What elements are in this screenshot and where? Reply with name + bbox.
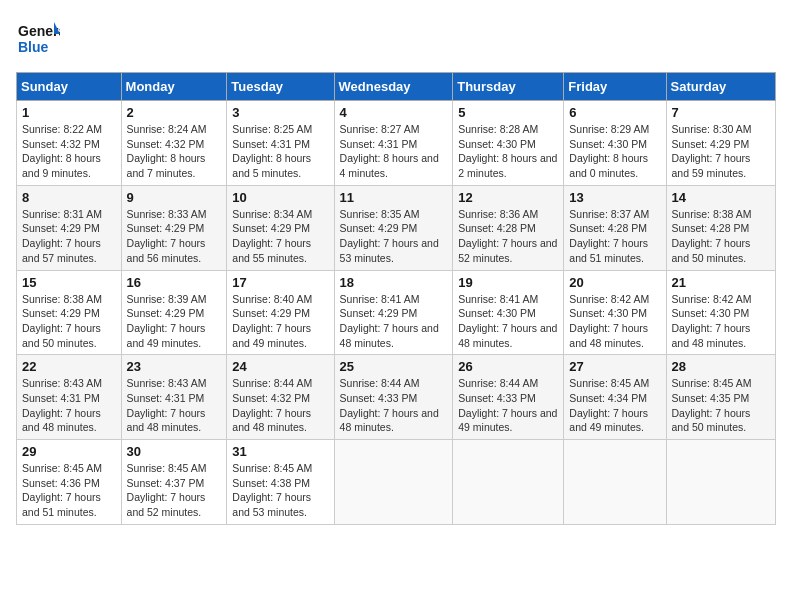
calendar-day-cell	[666, 440, 775, 525]
calendar-day-cell: 16 Sunrise: 8:39 AMSunset: 4:29 PMDaylig…	[121, 270, 227, 355]
day-info: Sunrise: 8:34 AMSunset: 4:29 PMDaylight:…	[232, 208, 312, 264]
day-info: Sunrise: 8:38 AMSunset: 4:28 PMDaylight:…	[672, 208, 752, 264]
day-info: Sunrise: 8:35 AMSunset: 4:29 PMDaylight:…	[340, 208, 439, 264]
day-number: 21	[672, 275, 770, 290]
day-number: 3	[232, 105, 328, 120]
weekday-header-cell: Sunday	[17, 73, 122, 101]
day-number: 2	[127, 105, 222, 120]
day-number: 28	[672, 359, 770, 374]
day-info: Sunrise: 8:45 AMSunset: 4:37 PMDaylight:…	[127, 462, 207, 518]
day-number: 5	[458, 105, 558, 120]
weekday-header-row: SundayMondayTuesdayWednesdayThursdayFrid…	[17, 73, 776, 101]
logo-icon: General Blue	[16, 16, 60, 60]
calendar-day-cell: 22 Sunrise: 8:43 AMSunset: 4:31 PMDaylig…	[17, 355, 122, 440]
day-info: Sunrise: 8:45 AMSunset: 4:34 PMDaylight:…	[569, 377, 649, 433]
calendar-day-cell: 30 Sunrise: 8:45 AMSunset: 4:37 PMDaylig…	[121, 440, 227, 525]
day-info: Sunrise: 8:45 AMSunset: 4:36 PMDaylight:…	[22, 462, 102, 518]
day-info: Sunrise: 8:24 AMSunset: 4:32 PMDaylight:…	[127, 123, 207, 179]
calendar-week-row: 22 Sunrise: 8:43 AMSunset: 4:31 PMDaylig…	[17, 355, 776, 440]
day-number: 27	[569, 359, 660, 374]
calendar-table: SundayMondayTuesdayWednesdayThursdayFrid…	[16, 72, 776, 525]
day-info: Sunrise: 8:25 AMSunset: 4:31 PMDaylight:…	[232, 123, 312, 179]
calendar-day-cell: 9 Sunrise: 8:33 AMSunset: 4:29 PMDayligh…	[121, 185, 227, 270]
page-header: General Blue	[16, 16, 776, 60]
calendar-day-cell: 31 Sunrise: 8:45 AMSunset: 4:38 PMDaylig…	[227, 440, 334, 525]
calendar-day-cell: 21 Sunrise: 8:42 AMSunset: 4:30 PMDaylig…	[666, 270, 775, 355]
day-number: 11	[340, 190, 448, 205]
calendar-day-cell: 13 Sunrise: 8:37 AMSunset: 4:28 PMDaylig…	[564, 185, 666, 270]
calendar-day-cell: 1 Sunrise: 8:22 AMSunset: 4:32 PMDayligh…	[17, 101, 122, 186]
day-number: 23	[127, 359, 222, 374]
day-number: 18	[340, 275, 448, 290]
calendar-day-cell: 26 Sunrise: 8:44 AMSunset: 4:33 PMDaylig…	[453, 355, 564, 440]
day-number: 29	[22, 444, 116, 459]
calendar-day-cell: 6 Sunrise: 8:29 AMSunset: 4:30 PMDayligh…	[564, 101, 666, 186]
day-info: Sunrise: 8:44 AMSunset: 4:33 PMDaylight:…	[458, 377, 557, 433]
day-info: Sunrise: 8:44 AMSunset: 4:33 PMDaylight:…	[340, 377, 439, 433]
day-number: 12	[458, 190, 558, 205]
day-info: Sunrise: 8:45 AMSunset: 4:35 PMDaylight:…	[672, 377, 752, 433]
calendar-day-cell	[564, 440, 666, 525]
calendar-day-cell: 12 Sunrise: 8:36 AMSunset: 4:28 PMDaylig…	[453, 185, 564, 270]
svg-text:General: General	[18, 23, 60, 39]
day-number: 15	[22, 275, 116, 290]
day-number: 22	[22, 359, 116, 374]
weekday-header-cell: Tuesday	[227, 73, 334, 101]
calendar-week-row: 29 Sunrise: 8:45 AMSunset: 4:36 PMDaylig…	[17, 440, 776, 525]
calendar-day-cell: 24 Sunrise: 8:44 AMSunset: 4:32 PMDaylig…	[227, 355, 334, 440]
calendar-day-cell: 27 Sunrise: 8:45 AMSunset: 4:34 PMDaylig…	[564, 355, 666, 440]
day-info: Sunrise: 8:39 AMSunset: 4:29 PMDaylight:…	[127, 293, 207, 349]
weekday-header-cell: Wednesday	[334, 73, 453, 101]
day-number: 6	[569, 105, 660, 120]
day-number: 26	[458, 359, 558, 374]
day-number: 24	[232, 359, 328, 374]
calendar-day-cell: 10 Sunrise: 8:34 AMSunset: 4:29 PMDaylig…	[227, 185, 334, 270]
day-number: 17	[232, 275, 328, 290]
svg-text:Blue: Blue	[18, 39, 49, 55]
calendar-day-cell: 25 Sunrise: 8:44 AMSunset: 4:33 PMDaylig…	[334, 355, 453, 440]
weekday-header-cell: Friday	[564, 73, 666, 101]
calendar-week-row: 15 Sunrise: 8:38 AMSunset: 4:29 PMDaylig…	[17, 270, 776, 355]
calendar-day-cell: 2 Sunrise: 8:24 AMSunset: 4:32 PMDayligh…	[121, 101, 227, 186]
day-number: 1	[22, 105, 116, 120]
day-number: 20	[569, 275, 660, 290]
day-number: 13	[569, 190, 660, 205]
calendar-day-cell: 29 Sunrise: 8:45 AMSunset: 4:36 PMDaylig…	[17, 440, 122, 525]
day-number: 4	[340, 105, 448, 120]
calendar-day-cell: 3 Sunrise: 8:25 AMSunset: 4:31 PMDayligh…	[227, 101, 334, 186]
day-number: 14	[672, 190, 770, 205]
calendar-week-row: 1 Sunrise: 8:22 AMSunset: 4:32 PMDayligh…	[17, 101, 776, 186]
day-number: 25	[340, 359, 448, 374]
calendar-day-cell: 8 Sunrise: 8:31 AMSunset: 4:29 PMDayligh…	[17, 185, 122, 270]
day-info: Sunrise: 8:43 AMSunset: 4:31 PMDaylight:…	[127, 377, 207, 433]
calendar-day-cell	[334, 440, 453, 525]
calendar-day-cell	[453, 440, 564, 525]
day-number: 30	[127, 444, 222, 459]
day-number: 7	[672, 105, 770, 120]
calendar-day-cell: 19 Sunrise: 8:41 AMSunset: 4:30 PMDaylig…	[453, 270, 564, 355]
day-number: 9	[127, 190, 222, 205]
day-info: Sunrise: 8:38 AMSunset: 4:29 PMDaylight:…	[22, 293, 102, 349]
calendar-day-cell: 7 Sunrise: 8:30 AMSunset: 4:29 PMDayligh…	[666, 101, 775, 186]
day-number: 16	[127, 275, 222, 290]
day-number: 31	[232, 444, 328, 459]
calendar-day-cell: 18 Sunrise: 8:41 AMSunset: 4:29 PMDaylig…	[334, 270, 453, 355]
day-number: 19	[458, 275, 558, 290]
day-info: Sunrise: 8:29 AMSunset: 4:30 PMDaylight:…	[569, 123, 649, 179]
day-info: Sunrise: 8:22 AMSunset: 4:32 PMDaylight:…	[22, 123, 102, 179]
calendar-week-row: 8 Sunrise: 8:31 AMSunset: 4:29 PMDayligh…	[17, 185, 776, 270]
day-info: Sunrise: 8:43 AMSunset: 4:31 PMDaylight:…	[22, 377, 102, 433]
day-number: 10	[232, 190, 328, 205]
calendar-day-cell: 14 Sunrise: 8:38 AMSunset: 4:28 PMDaylig…	[666, 185, 775, 270]
day-info: Sunrise: 8:36 AMSunset: 4:28 PMDaylight:…	[458, 208, 557, 264]
day-info: Sunrise: 8:42 AMSunset: 4:30 PMDaylight:…	[569, 293, 649, 349]
calendar-day-cell: 15 Sunrise: 8:38 AMSunset: 4:29 PMDaylig…	[17, 270, 122, 355]
calendar-day-cell: 17 Sunrise: 8:40 AMSunset: 4:29 PMDaylig…	[227, 270, 334, 355]
day-info: Sunrise: 8:44 AMSunset: 4:32 PMDaylight:…	[232, 377, 312, 433]
calendar-day-cell: 11 Sunrise: 8:35 AMSunset: 4:29 PMDaylig…	[334, 185, 453, 270]
calendar-day-cell: 20 Sunrise: 8:42 AMSunset: 4:30 PMDaylig…	[564, 270, 666, 355]
day-info: Sunrise: 8:42 AMSunset: 4:30 PMDaylight:…	[672, 293, 752, 349]
weekday-header-cell: Monday	[121, 73, 227, 101]
weekday-header-cell: Saturday	[666, 73, 775, 101]
day-info: Sunrise: 8:30 AMSunset: 4:29 PMDaylight:…	[672, 123, 752, 179]
